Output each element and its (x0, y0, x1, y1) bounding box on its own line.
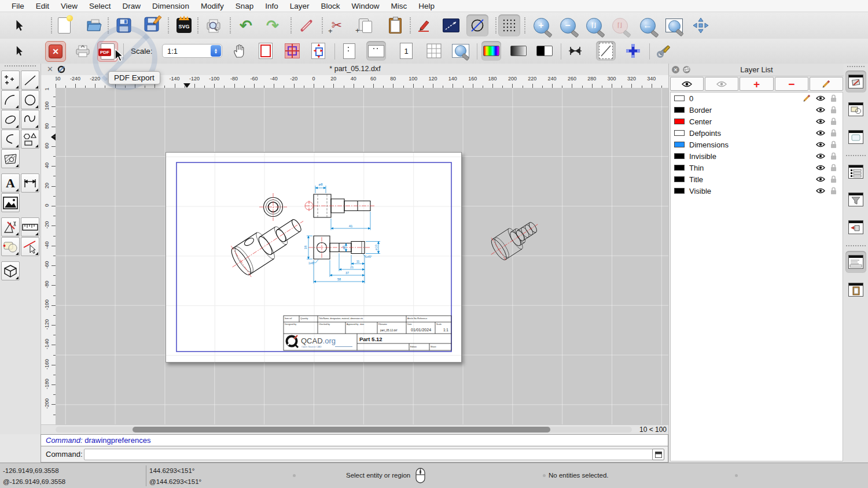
new-file-button[interactable] (53, 14, 75, 36)
selection-pointer-button[interactable] (8, 14, 30, 36)
palette-drag-handle[interactable] (5, 65, 36, 66)
black-white-button[interactable] (535, 41, 554, 61)
undo-button[interactable]: ↶ (235, 14, 257, 36)
pdf-export-button[interactable]: PDF (97, 41, 118, 62)
menu-info[interactable]: Info (259, 2, 284, 10)
layer-row-defpoints[interactable]: Defpoints (671, 127, 843, 139)
layer-list-toggle-button[interactable] (845, 71, 866, 93)
full-color-button[interactable] (481, 41, 501, 61)
grayscale-button[interactable] (509, 41, 528, 61)
remove-layer-button[interactable]: − (775, 77, 808, 91)
save-as-button[interactable] (141, 14, 163, 36)
menu-block[interactable]: Block (315, 2, 346, 10)
cut-button[interactable]: ✂+ (326, 14, 348, 36)
layer-color-swatch[interactable] (674, 95, 685, 101)
lineweight-button[interactable] (565, 41, 585, 61)
command-line-toggle-button[interactable] (845, 251, 866, 273)
crop-marks-button[interactable] (282, 41, 302, 61)
menu-window[interactable]: Window (346, 2, 385, 10)
print-button[interactable] (73, 41, 93, 61)
layer-visible-icon[interactable] (816, 187, 825, 194)
close-preview-button[interactable]: ✕ (45, 41, 66, 62)
portrait-page-button[interactable] (339, 41, 359, 61)
menu-select[interactable]: Select (83, 2, 117, 10)
layer-visible-icon[interactable] (816, 141, 825, 148)
layer-row-border[interactable]: Border (671, 104, 843, 116)
property-editor-toggle-button[interactable] (845, 161, 866, 183)
layer-visible-icon[interactable] (816, 118, 825, 125)
draw-pencil-button[interactable] (413, 14, 435, 36)
layer-visible-icon[interactable] (816, 153, 825, 160)
open-file-button[interactable] (83, 14, 105, 36)
layer-row-center[interactable]: Center (671, 116, 843, 127)
modify-tools-button[interactable] (1, 217, 20, 236)
image-tool-button[interactable] (1, 193, 20, 212)
layer-lock-icon[interactable] (830, 187, 837, 195)
point-tools-button[interactable] (1, 71, 20, 90)
circle-tools-button[interactable] (21, 90, 39, 109)
polyline-tools-button[interactable] (1, 130, 20, 149)
snap-tools-button[interactable] (1, 237, 20, 256)
draft-mode-button[interactable] (596, 41, 616, 61)
library-browser-toggle-button[interactable] (845, 216, 866, 238)
info-tools-button[interactable] (21, 217, 39, 236)
command-window-toggle-button[interactable] (652, 449, 664, 460)
zoom-previous-button[interactable]: ← (637, 14, 659, 36)
menu-file[interactable]: File (6, 2, 30, 10)
edit-layer-button[interactable] (810, 77, 843, 91)
layer-lock-icon[interactable] (830, 129, 837, 137)
solid-tools-button[interactable] (1, 261, 20, 280)
ellipse-tools-button[interactable] (1, 110, 20, 129)
menu-snap[interactable]: Snap (230, 2, 260, 10)
layer-visible-icon[interactable] (816, 176, 825, 183)
layer-row-visible[interactable]: Visible (671, 185, 843, 197)
layer-color-swatch[interactable] (674, 142, 685, 147)
panel-detach-icon[interactable] (683, 66, 690, 73)
layer-row-thin[interactable]: Thin (671, 162, 843, 173)
redo-button[interactable]: ↷ (262, 14, 284, 36)
layer-color-swatch[interactable] (674, 153, 685, 159)
spline-tools-button[interactable] (21, 110, 39, 129)
copy-button[interactable]: + (354, 14, 376, 36)
zoom-window-button[interactable] (663, 14, 685, 36)
layer-lock-icon[interactable] (830, 141, 837, 149)
command-input[interactable] (84, 449, 657, 460)
arc-tools-button[interactable] (1, 90, 20, 109)
menu-view[interactable]: View (55, 2, 83, 10)
print-preview-button[interactable] (203, 14, 225, 36)
zoom-auto-button[interactable]: ⌈⌋ (583, 14, 605, 36)
drawing-canvas[interactable]: ⌀8 41 (56, 88, 669, 425)
layer-color-swatch[interactable] (674, 107, 685, 113)
crosshair-button[interactable] (623, 41, 643, 61)
save-button[interactable] (113, 14, 135, 36)
menu-dimension[interactable]: Dimension (146, 2, 195, 10)
restrict-angle-button[interactable] (466, 14, 488, 36)
multiple-pages-button[interactable] (424, 41, 444, 61)
layer-color-swatch[interactable] (674, 188, 685, 194)
layer-lock-icon[interactable] (830, 94, 837, 102)
view-list-toggle-button[interactable] (845, 126, 866, 148)
layer-row-0[interactable]: 0 (671, 93, 843, 104)
single-page-button[interactable]: 1 (396, 41, 416, 61)
layer-color-swatch[interactable] (674, 119, 685, 124)
clipboard-panel-toggle-button[interactable] (845, 279, 866, 301)
block-list-toggle-button[interactable] (845, 98, 866, 120)
delete-button[interactable] (296, 14, 318, 36)
text-tool-button[interactable]: A (1, 173, 20, 193)
menu-modify[interactable]: Modify (195, 2, 230, 10)
pan-page-button[interactable] (230, 41, 249, 61)
trim-tools-button[interactable] (21, 237, 39, 256)
dock-drag-handle[interactable] (847, 66, 865, 67)
layer-row-invisible[interactable]: Invisible (671, 150, 843, 162)
layer-visible-icon[interactable] (816, 130, 825, 136)
hatch-tool-button[interactable] (1, 149, 20, 168)
zoom-out-button[interactable]: − (557, 14, 579, 36)
layer-row-title[interactable]: Title (671, 173, 843, 185)
menu-layer[interactable]: Layer (284, 2, 315, 10)
panel-close-icon[interactable]: ✕ (672, 66, 679, 73)
scrollbar-thumb[interactable] (133, 427, 550, 432)
auto-fit-page-button[interactable]: ◄►▲▼ (308, 41, 328, 61)
layer-lock-icon[interactable] (830, 106, 837, 114)
layer-lock-icon[interactable] (830, 117, 837, 125)
add-layer-button[interactable]: + (740, 77, 773, 91)
